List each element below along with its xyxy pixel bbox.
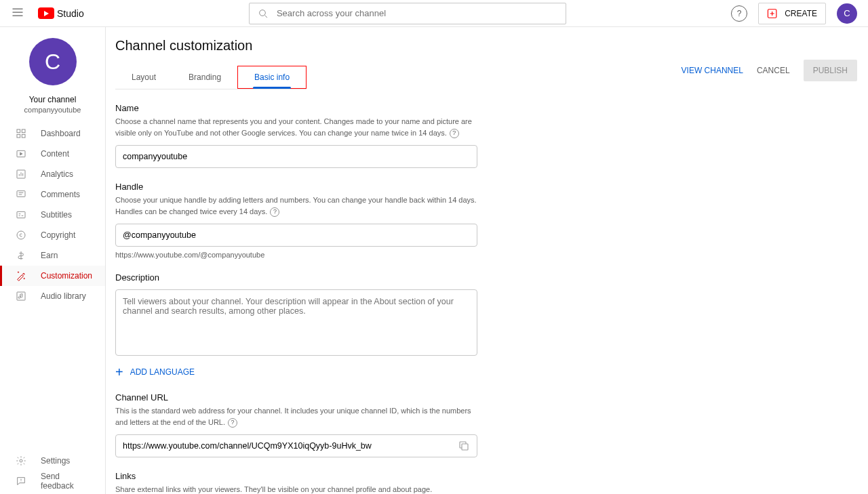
copyright-icon [15,229,27,241]
sidebar-item-settings[interactable]: Settings [0,451,105,471]
sidebar: C Your channel companyyoutube Dashboard … [0,27,106,494]
sidebar-item-dashboard[interactable]: Dashboard [0,123,105,144]
page-actions: VIEW CHANNEL CANCEL PUBLISH [682,60,857,81]
gear-icon [15,455,27,467]
sidebar-item-content[interactable]: Content [0,144,105,164]
svg-rect-2 [17,129,20,133]
search-box[interactable] [249,3,566,24]
youtube-studio-logo[interactable]: Studio [38,7,84,19]
svg-rect-5 [22,134,25,138]
handle-help-icon[interactable]: ? [270,207,279,217]
your-channel-label: Your channel [29,95,77,104]
channel-url-input[interactable] [123,441,458,451]
svg-point-11 [18,272,18,272]
content-icon [15,148,27,160]
customization-icon [15,270,27,282]
sidebar-item-subtitles[interactable]: Subtitles [0,205,105,225]
name-input[interactable] [123,152,470,161]
search-icon [258,8,269,19]
channel-url-title: Channel URL [115,392,477,403]
top-header: Studio ? CREATE C [0,0,868,27]
account-avatar[interactable]: C [837,3,857,24]
plus-icon: + [115,365,123,379]
create-plus-icon [767,9,781,18]
sidebar-item-audio-library[interactable]: Audio library [0,286,105,306]
handle-section: Handle Choose your unique handle by addi… [115,182,477,259]
name-section: Name Choose a channel name that represen… [115,103,477,168]
feedback-icon [15,475,27,487]
subtitles-icon [15,209,27,221]
links-desc: Share external links with your viewers. … [115,484,477,494]
links-section: Links Share external links with your vie… [115,471,477,494]
channel-url-box [115,434,477,457]
copy-icon[interactable] [458,440,470,452]
name-input-box [115,145,477,168]
links-title: Links [115,471,477,481]
search-input[interactable] [277,8,557,18]
description-box [115,289,477,356]
earn-icon [15,249,27,262]
tab-basic-info[interactable]: Basic info [237,66,307,89]
create-button[interactable]: CREATE [758,3,826,24]
channel-handle-label: companyyoutube [24,106,81,114]
publish-button[interactable]: PUBLISH [804,60,857,81]
hamburger-menu-icon[interactable] [11,5,27,22]
name-title: Name [115,103,477,113]
tab-layout[interactable]: Layout [115,66,172,89]
url-help-icon[interactable]: ? [228,418,237,428]
page-title: Channel customization [115,38,307,54]
sidebar-item-customization[interactable]: Customization [0,266,105,286]
sidebar-item-earn[interactable]: Earn [0,245,105,266]
channel-block: C Your channel companyyoutube [0,27,105,123]
sidebar-item-copyright[interactable]: Copyright [0,225,105,245]
youtube-icon [38,7,54,19]
channel-url-section: Channel URL This is the standard web add… [115,392,477,457]
svg-rect-8 [17,191,25,197]
description-input[interactable] [123,297,470,348]
view-channel-button[interactable]: VIEW CHANNEL [682,66,743,75]
cancel-button[interactable]: CANCEL [757,66,790,75]
add-language-button[interactable]: + ADD LANGUAGE [115,365,477,379]
main-content: Channel customization Layout Branding Ba… [106,27,868,494]
sidebar-item-feedback[interactable]: Send feedback [0,471,105,491]
svg-point-14 [20,459,22,462]
tab-branding[interactable]: Branding [172,66,237,89]
studio-label: Studio [57,8,84,19]
handle-input[interactable] [123,230,470,240]
svg-rect-15 [462,444,468,450]
sidebar-item-comments[interactable]: Comments [0,184,105,205]
svg-rect-3 [22,129,25,133]
svg-point-0 [260,9,266,16]
name-desc: Choose a channel name that represents yo… [115,116,477,138]
svg-rect-9 [17,211,25,218]
svg-point-12 [24,278,24,279]
tabs: Layout Branding Basic info [115,66,307,89]
name-help-icon[interactable]: ? [450,129,459,138]
channel-url-desc: This is the standard web address for you… [115,405,477,428]
svg-point-10 [17,231,25,239]
channel-avatar[interactable]: C [29,38,77,85]
svg-rect-4 [17,134,20,138]
description-section: Description + ADD LANGUAGE [115,272,477,379]
comments-icon [15,188,27,201]
handle-input-box [115,224,477,247]
handle-url-preview: https://www.youtube.com/@companyyoutube [115,251,477,259]
sidebar-item-analytics[interactable]: Analytics [0,164,105,184]
analytics-icon [15,168,27,180]
description-title: Description [115,272,477,283]
help-icon[interactable]: ? [731,5,747,22]
audio-icon [15,290,27,302]
dashboard-icon [15,127,27,140]
handle-title: Handle [115,182,477,192]
handle-desc: Choose your unique handle by adding lett… [115,194,477,217]
